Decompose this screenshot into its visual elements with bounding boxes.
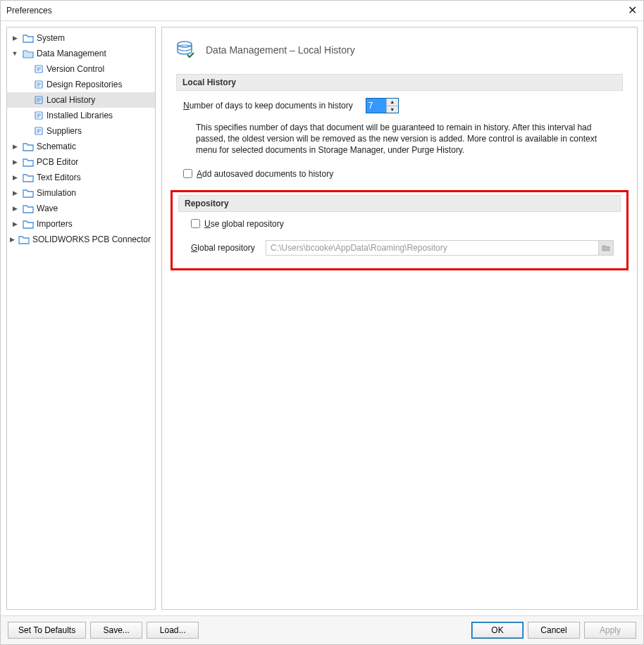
chevron-right-icon[interactable]: ▶ [10, 158, 20, 165]
dialog-footer: Set To Defaults Save... Load... OK Cance… [1, 615, 643, 644]
tree-item-local-history[interactable]: Local History [7, 92, 155, 108]
chevron-right-icon[interactable]: ▶ [10, 174, 20, 181]
folder-icon [23, 173, 34, 182]
global-repo-input[interactable] [266, 241, 598, 255]
tree-item-version-control[interactable]: Version Control [7, 61, 155, 77]
tree-item-simulation[interactable]: ▶ Simulation [7, 185, 155, 201]
use-global-label: Use global repository [204, 219, 284, 229]
window-title: Preferences [6, 6, 52, 15]
days-description: This specifies number of days that docum… [196, 122, 616, 156]
tree-item-installed-libraries[interactable]: Installed Libraries [7, 108, 155, 123]
content-panel: Data Management – Local History Local Hi… [161, 27, 638, 610]
chevron-right-icon[interactable]: ▶ [10, 143, 20, 150]
content-header: Data Management – Local History [176, 40, 623, 60]
days-field-row: Number of days to keep documents in hist… [183, 98, 616, 113]
folder-icon [23, 219, 34, 229]
tree-item-design-repositories[interactable]: Design Repositories [7, 77, 155, 92]
chevron-right-icon[interactable]: ▶ [10, 236, 16, 243]
page-icon [34, 64, 44, 74]
tree-item-data-management[interactable]: ▼ Data Management [7, 46, 155, 61]
spinner-down-icon[interactable]: ▼ [387, 106, 398, 113]
spinner-group: ▲ ▼ [386, 99, 398, 113]
spinner-up-icon[interactable]: ▲ [387, 99, 398, 106]
chevron-right-icon[interactable]: ▶ [10, 35, 20, 42]
use-global-checkbox[interactable] [191, 219, 200, 228]
tree-item-pcb-editor[interactable]: ▶ PCB Editor [7, 154, 155, 170]
days-input[interactable] [366, 99, 386, 113]
chevron-right-icon[interactable]: ▶ [10, 220, 20, 227]
svg-point-20 [178, 42, 192, 47]
folder-icon [23, 203, 34, 213]
global-repo-label: Global repository [191, 243, 256, 253]
days-stepper[interactable]: ▲ ▼ [366, 98, 399, 113]
use-global-row: Use global repository [191, 219, 614, 229]
autosave-checkbox[interactable] [183, 169, 192, 178]
page-icon [34, 95, 44, 105]
close-icon[interactable]: ✕ [626, 5, 638, 16]
global-repo-row: Global repository [191, 240, 614, 256]
page-icon [34, 80, 44, 89]
load-button[interactable]: Load... [147, 622, 199, 639]
tree-item-importers[interactable]: ▶ Importers [7, 216, 155, 232]
folder-open-icon [23, 49, 34, 58]
tree-item-solidworks-pcb-connector[interactable]: ▶ SOLIDWORKS PCB Connector [7, 232, 155, 247]
tree-item-schematic[interactable]: ▶ Schematic [7, 139, 155, 154]
folder-icon [23, 33, 34, 43]
set-defaults-button[interactable]: Set To Defaults [8, 622, 86, 639]
database-icon [176, 40, 197, 60]
folder-icon [23, 188, 34, 198]
global-repo-input-wrap [266, 240, 614, 256]
folder-icon [18, 234, 30, 244]
preferences-dialog: Preferences ✕ ▶ System ▼ Data Management… [0, 0, 644, 645]
apply-button[interactable]: Apply [584, 622, 636, 639]
section-repository: Repository [178, 195, 621, 212]
autosave-label: Add autosaved documents to history [197, 169, 333, 179]
page-icon [34, 126, 44, 136]
ok-button[interactable]: OK [471, 622, 524, 639]
tree-item-wave[interactable]: ▶ Wave [7, 201, 155, 216]
svg-point-21 [178, 45, 192, 51]
tree-item-suppliers[interactable]: Suppliers [7, 123, 155, 139]
cancel-button[interactable]: Cancel [528, 622, 580, 639]
page-title: Data Management – Local History [206, 44, 355, 56]
repository-highlight-box: Repository Use global repository Global … [171, 190, 628, 270]
save-button[interactable]: Save... [90, 622, 142, 639]
tree-item-system[interactable]: ▶ System [7, 30, 155, 46]
nav-tree[interactable]: ▶ System ▼ Data Management Version Contr… [6, 27, 156, 610]
tree-item-text-editors[interactable]: ▶ Text Editors [7, 170, 155, 185]
autosave-row: Add autosaved documents to history [183, 169, 616, 179]
chevron-down-icon[interactable]: ▼ [10, 50, 20, 57]
chevron-right-icon[interactable]: ▶ [10, 205, 20, 212]
folder-icon [23, 142, 34, 151]
days-label: Number of days to keep documents in hist… [183, 101, 353, 111]
page-icon [34, 111, 44, 120]
browse-button[interactable] [598, 241, 613, 255]
chevron-right-icon[interactable]: ▶ [10, 189, 20, 196]
browse-icon [602, 244, 610, 251]
section-local-history: Local History [176, 74, 623, 91]
dialog-body: ▶ System ▼ Data Management Version Contr… [1, 21, 643, 615]
titlebar: Preferences ✕ [1, 1, 643, 21]
folder-icon [23, 157, 34, 167]
